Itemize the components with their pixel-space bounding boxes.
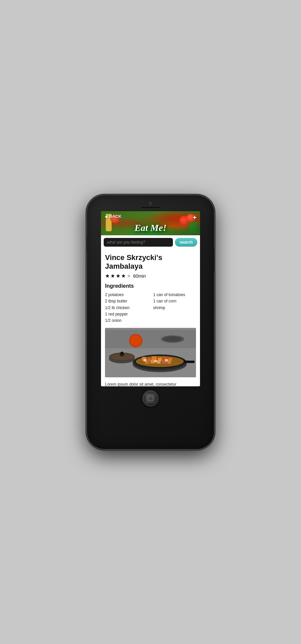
svg-point-29 <box>130 335 141 346</box>
ingredient-item: 1 can of tomatoes <box>153 292 196 298</box>
svg-rect-18 <box>168 358 172 361</box>
ingredient-item: shrimp <box>153 305 196 311</box>
ingredient-item: 2 tbsp butter <box>105 298 148 304</box>
plus-icon: + <box>193 214 197 221</box>
svg-point-3 <box>164 337 182 342</box>
search-bar: search <box>101 235 200 249</box>
side-button-right <box>214 249 215 272</box>
camera <box>149 202 152 205</box>
ingredients-col1: 2 potatoes 2 tbsp butter 1/2 lb chicken … <box>105 292 148 324</box>
star-1: ★ <box>105 273 110 279</box>
phone-bottom <box>91 389 210 408</box>
content-area[interactable]: Vince Skrzycki's Jambalaya ★ ★ ★ ★ ★ 60m… <box>101 249 200 386</box>
home-button-square <box>148 396 153 401</box>
side-button-left <box>86 235 87 252</box>
speaker <box>140 207 161 209</box>
app-header: ◄ BACK Eat Me! + <box>101 211 200 235</box>
ingredient-item: 2 potatoes <box>105 292 148 298</box>
cook-time: 60min <box>133 273 146 279</box>
ingredients-heading: Ingredients <box>105 283 196 289</box>
veg-green <box>189 222 197 233</box>
home-button[interactable] <box>142 390 159 406</box>
phone-frame: ◄ BACK Eat Me! + search Vince Skrzycki's… <box>87 195 214 449</box>
svg-rect-25 <box>154 360 157 362</box>
ingredient-item: 1 red pepper <box>105 311 148 317</box>
back-arrow-icon: ◄ <box>104 214 108 219</box>
phone-top <box>91 201 210 210</box>
home-button-inner <box>146 394 155 403</box>
search-button[interactable]: search <box>175 238 197 247</box>
svg-point-8 <box>120 352 123 355</box>
svg-rect-27 <box>184 361 195 363</box>
search-input[interactable] <box>104 238 173 247</box>
svg-rect-21 <box>157 360 161 364</box>
star-5: ★ <box>126 273 131 279</box>
ingredient-item: 1 can of corn <box>153 298 196 304</box>
rating-row: ★ ★ ★ ★ ★ 60min <box>105 273 196 279</box>
svg-rect-26 <box>165 359 168 362</box>
star-3: ★ <box>116 273 120 279</box>
svg-rect-24 <box>143 359 146 362</box>
back-button[interactable]: ◄ BACK <box>104 214 121 219</box>
ingredients-grid: 2 potatoes 2 tbsp butter 1/2 lb chicken … <box>105 292 196 324</box>
ingredient-item: 1/2 lb chicken <box>105 305 148 311</box>
app-title: Eat Me! <box>134 223 167 233</box>
recipe-title: Vince Skrzycki's Jambalaya <box>105 253 196 271</box>
search-button-label: search <box>180 240 193 245</box>
stars: ★ ★ ★ ★ ★ <box>105 273 131 279</box>
recipe-image <box>105 328 196 377</box>
star-2: ★ <box>110 273 115 279</box>
ingredients-col2: 1 can of tomatoes 1 can of corn shrimp <box>153 292 196 324</box>
recipe-description: Lorem ipsum dolor sit amet, consectetur … <box>105 381 196 386</box>
back-label: BACK <box>109 214 122 219</box>
plus-button[interactable]: + <box>193 214 197 222</box>
phone-screen: ◄ BACK Eat Me! + search Vince Skrzycki's… <box>101 211 200 386</box>
recipe-image-svg <box>105 328 196 377</box>
star-4: ★ <box>121 273 126 279</box>
ingredient-item: 1/2 onion <box>105 317 148 324</box>
